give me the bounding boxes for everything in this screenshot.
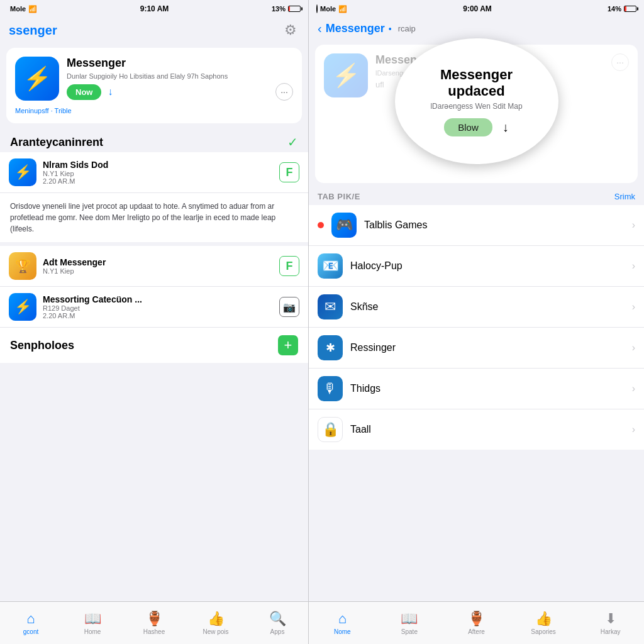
right-list-item-thidgs[interactable]: 🎙 Thidgs › <box>309 369 644 409</box>
talblis-icon-symbol: 🎮 <box>336 217 353 233</box>
right-nav-title: Messenger <box>326 22 385 35</box>
hashee-icon: 🏺 <box>146 611 163 627</box>
nome-label: Nome <box>334 628 351 635</box>
messorting-info: Messorting Catecüon ... R129 Daget 2.20 … <box>43 294 273 319</box>
popup-overlay: Messenger updaced lDarəengess Wen Sdit M… <box>395 38 558 164</box>
back-arrow-icon[interactable]: ‹ <box>318 21 322 36</box>
right-tab-bar: ⌂ Nome 📖 Spate 🏺 Aftere 👍 Sapories ⬇ Har… <box>309 601 644 644</box>
adt-app-icon: 🏆 <box>9 252 36 280</box>
popup-blow-button[interactable]: Blow <box>444 118 492 136</box>
popup-down-arrow-icon[interactable]: ↓ <box>502 120 509 135</box>
left-status-bar: Mole 📶 9:10 AM 13% <box>0 0 308 18</box>
long-text-block: Orisdove yneneli line jvet procot ap upd… <box>0 193 308 242</box>
talblis-indicator <box>318 222 324 228</box>
right-carrier: Mole <box>320 5 336 13</box>
messorting-badge: 📷 <box>279 297 299 317</box>
list-item-nlram[interactable]: ⚡ Nlram Sids Dod N.Y1 Kiep 2.20 AR.M F <box>0 152 308 193</box>
download-icon[interactable]: ↓ <box>108 86 113 97</box>
ressinger-title: Ressinger <box>350 342 625 353</box>
nlram-info: Nlram Sids Dod N.Y1 Kiep 2.20 AR.M <box>43 160 273 185</box>
left-nav-title: ssenger <box>9 23 57 38</box>
right-tab-aftere[interactable]: 🏺 Aftere <box>443 602 510 644</box>
app-description: Dunlar Supgioily Ho Libsitias and Elaly … <box>67 72 293 80</box>
right-list-item-talblis[interactable]: 🎮 Talblis Games › <box>309 205 644 246</box>
thidgs-icon: 🎙 <box>318 376 343 401</box>
left-carrier: Mole <box>10 5 26 13</box>
right-wifi: 📶 <box>338 5 347 13</box>
right-tab-link[interactable]: Srimk <box>614 192 635 201</box>
right-tab-header: TAB PIK/E Srimk <box>309 188 644 205</box>
popup-title: Messenger updaced <box>414 67 540 99</box>
nome-icon: ⌂ <box>338 611 347 627</box>
talblis-icon: 🎮 <box>331 213 357 238</box>
tab-apps[interactable]: 🔍 Apps <box>247 602 308 644</box>
tab-home[interactable]: 📖 Home <box>62 602 123 644</box>
tab-gcont[interactable]: ⌂ gcont <box>0 602 62 644</box>
right-status-time: 9:00 AM <box>463 4 492 13</box>
adt-badge: F <box>279 256 299 276</box>
app-title: Messenger <box>67 57 293 70</box>
left-status-time: 9:10 AM <box>140 4 169 13</box>
messorting-title: Messorting Catecüon ... <box>43 294 273 304</box>
left-status-left: Mole 📶 <box>8 5 37 13</box>
tab-newpois[interactable]: 👍 New pois <box>185 602 247 644</box>
list-item-adt[interactable]: 🏆 Adt Messenger N.Y1 Kiep F <box>0 246 308 287</box>
talblis-chevron: › <box>632 219 635 231</box>
messenger-app-card: ⚡ Messenger Dunlar Supgioily Ho Libsitia… <box>6 48 302 123</box>
section-title: Aranteycaninrent <box>10 136 103 149</box>
right-messenger-icon: ⚡ <box>324 53 368 97</box>
sknse-title: Skñse <box>350 301 625 313</box>
right-tab-nome[interactable]: ⌂ Nome <box>309 602 376 644</box>
apps-label: Apps <box>270 628 285 635</box>
right-tab-sapories[interactable]: 👍 Sapories <box>510 602 577 644</box>
right-list-item-taall[interactable]: 🔒 Taall › <box>309 409 644 450</box>
talblis-title: Talblis Games <box>364 219 625 231</box>
sknse-icon: ✉ <box>318 294 343 319</box>
gcont-icon: ⌂ <box>26 611 35 627</box>
right-battery-pct: 14% <box>608 5 621 13</box>
ressinger-icon-symbol: ✱ <box>326 341 335 355</box>
right-list-item-sknse[interactable]: ✉ Skñse › <box>309 287 644 328</box>
adt-sub: N.Y1 Kiep <box>43 267 273 275</box>
more-button[interactable]: ··· <box>275 83 293 101</box>
left-nav-bar: ssenger ⚙ <box>0 18 308 43</box>
settings-icon[interactable]: ⚙ <box>282 21 299 39</box>
right-panel: Mole 📶 9:00 AM 14% ‹ Messenger • rcaip ⚡… <box>308 0 644 644</box>
update-button[interactable]: Now <box>67 84 101 100</box>
section-checkmark: ✓ <box>287 135 298 150</box>
left-status-right: 13% <box>272 5 301 13</box>
taall-icon-symbol: 🔒 <box>322 421 339 438</box>
right-app-subtext: ufl <box>375 80 384 89</box>
right-list-item-halocy[interactable]: 📧 Halocy-Pup › <box>309 246 644 287</box>
right-tab-spate[interactable]: 📖 Spate <box>376 602 443 644</box>
right-signal-dots <box>316 5 318 13</box>
left-tab-bar: ⌂ gcont 📖 Home 🏺 Hashee 👍 New pois 🔍 App… <box>0 601 308 644</box>
right-list-item-ressinger[interactable]: ✱ Ressinger › <box>309 328 644 369</box>
messenger-app-icon: ⚡ <box>15 57 59 101</box>
spate-label: Spate <box>401 628 418 635</box>
sapories-icon: 👍 <box>535 611 552 627</box>
sapories-label: Sapories <box>531 628 555 635</box>
nlram-time: 2.20 AR.M <box>43 177 273 185</box>
right-tab-harkay[interactable]: ⬇ Harkay <box>577 602 644 644</box>
home-label: Home <box>84 628 101 635</box>
messorting-time: 2.20 AR.M <box>43 312 273 319</box>
left-battery-pct: 13% <box>272 5 286 13</box>
ressinger-chevron: › <box>632 342 635 353</box>
spate-icon: 📖 <box>401 611 418 627</box>
apps-icon: 🔍 <box>269 611 286 627</box>
app-card-actions: Now ↓ ··· <box>67 83 293 101</box>
senpholoes-plus-button[interactable]: + <box>278 335 298 355</box>
right-nav-dot: • <box>389 24 392 34</box>
left-panel: Mole 📶 9:10 AM 13% ssenger ⚙ ⚡ Messenger… <box>0 0 308 644</box>
sknse-chevron: › <box>632 301 635 313</box>
right-more-button[interactable]: ··· <box>611 53 629 71</box>
adt-title: Adt Messenger <box>43 257 273 267</box>
tab-hashee[interactable]: 🏺 Hashee <box>123 602 185 644</box>
ressinger-icon: ✱ <box>318 335 343 360</box>
list-item-messorting[interactable]: ⚡ Messorting Catecüon ... R129 Daget 2.2… <box>0 287 308 328</box>
messorting-lightning-icon: ⚡ <box>14 299 31 315</box>
senpholoes-row: Senpholoes + <box>0 328 308 363</box>
app-card-info: Messenger Dunlar Supgioily Ho Libsitias … <box>67 57 293 101</box>
halocy-icon: 📧 <box>318 253 343 279</box>
